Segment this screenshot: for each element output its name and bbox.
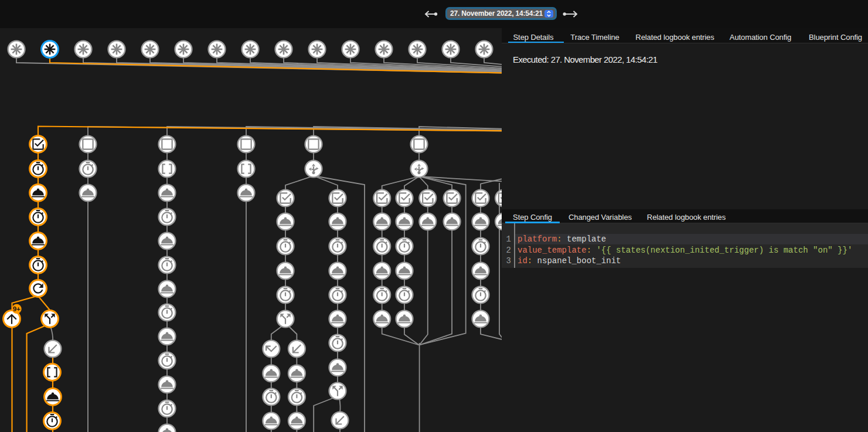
svg-text:9+: 9+	[13, 305, 21, 312]
